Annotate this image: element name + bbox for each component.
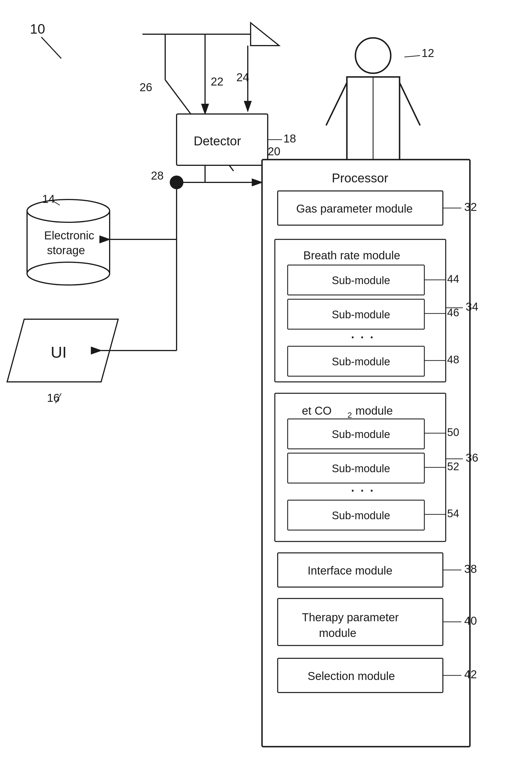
processor-label: Processor — [332, 171, 388, 185]
electronic-storage-label: Electronic — [44, 229, 94, 242]
label-50: 50 — [447, 426, 459, 438]
label-18: 18 — [283, 132, 296, 145]
breath-rate-label: Breath rate module — [303, 249, 400, 261]
svg-point-25 — [27, 262, 110, 285]
label-20: 20 — [268, 145, 280, 157]
svg-point-24 — [27, 200, 110, 222]
dots-1: · · · — [350, 327, 374, 346]
submodule-52-label: Sub-module — [332, 463, 390, 474]
interface-label: Interface module — [308, 564, 392, 577]
label-14: 14 — [42, 193, 55, 205]
svg-point-11 — [355, 38, 391, 73]
label-44: 44 — [447, 273, 459, 285]
label-22: 22 — [211, 75, 224, 88]
label-42: 42 — [464, 668, 477, 680]
dots-2: · · · — [350, 480, 374, 499]
ui-label: UI — [51, 343, 67, 361]
submodule-50-label: Sub-module — [332, 428, 390, 440]
label-36: 36 — [466, 452, 479, 464]
label-52: 52 — [447, 461, 459, 472]
diagram: 10 22 26 24 — [0, 0, 532, 782]
gas-param-label: Gas parameter module — [296, 202, 413, 215]
etco2-module-text: module — [355, 404, 393, 417]
label-12: 12 — [421, 47, 434, 59]
therapy-label-2: module — [319, 627, 356, 639]
submodule-44-label: Sub-module — [332, 275, 390, 286]
label-16: 16 — [47, 392, 60, 404]
system-number: 10 — [30, 22, 45, 36]
submodule-54-label: Sub-module — [332, 509, 390, 522]
label-32: 32 — [464, 201, 477, 213]
label-38: 38 — [464, 563, 477, 575]
label-28: 28 — [151, 169, 164, 182]
therapy-label-1: Therapy parameter — [302, 611, 399, 624]
electronic-storage-label2: storage — [47, 244, 85, 256]
etco2-subscript: 2 — [347, 411, 352, 420]
submodule-48-label: Sub-module — [332, 356, 390, 368]
label-24: 24 — [236, 71, 249, 83]
label-54: 54 — [447, 507, 459, 520]
label-48: 48 — [447, 354, 459, 366]
label-34: 34 — [466, 300, 479, 313]
detector-label: Detector — [194, 134, 241, 148]
selection-label: Selection module — [308, 670, 395, 682]
label-26: 26 — [140, 81, 152, 94]
etco2-label: et CO — [302, 404, 332, 417]
label-40: 40 — [464, 614, 477, 627]
submodule-46-label: Sub-module — [332, 309, 390, 321]
label-46: 46 — [447, 307, 459, 319]
